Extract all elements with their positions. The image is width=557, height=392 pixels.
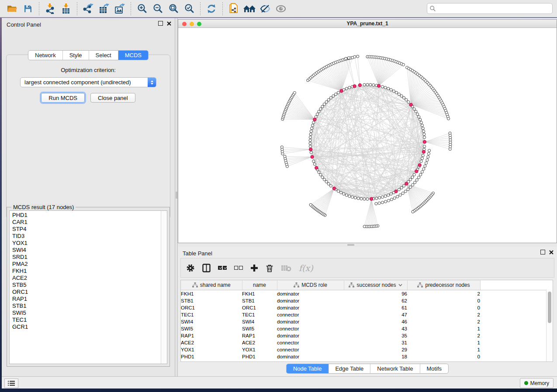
table-scrollbar[interactable] <box>546 289 553 361</box>
dominator-node[interactable] <box>405 182 408 185</box>
refresh-button[interactable] <box>205 2 218 15</box>
mcds-result-item[interactable]: TEC1 <box>10 316 161 323</box>
mcds-result-item[interactable]: STB1 <box>10 303 161 309</box>
mcds-result-item[interactable]: SWI4 <box>10 247 161 254</box>
save-session-button[interactable] <box>21 2 35 15</box>
mcds-result-item[interactable]: YOX1 <box>10 240 161 247</box>
tab-edge-table[interactable]: Edge Table <box>328 364 370 373</box>
memory-button[interactable]: Memory <box>520 378 554 388</box>
mcds-result-item[interactable]: STP4 <box>10 226 161 233</box>
tab-network-table[interactable]: Network Table <box>370 364 419 373</box>
import-network-button[interactable] <box>44 2 57 15</box>
close-panel-icon[interactable] <box>167 21 171 26</box>
dominator-node[interactable] <box>340 89 343 93</box>
table-row[interactable]: YOX1YOX1connector291 <box>181 346 550 353</box>
mcds-result-item[interactable]: GCR1 <box>10 323 161 330</box>
table-row[interactable]: PHD1PHD1dominator180 <box>181 353 550 360</box>
mcds-result-item[interactable]: FKH1 <box>10 268 161 275</box>
tab-node-table[interactable]: Node Table <box>287 364 329 373</box>
export-network-button[interactable] <box>82 2 95 15</box>
col-shared-name[interactable]: shared name <box>181 280 242 290</box>
mcds-result-item[interactable]: PMA2 <box>10 261 161 268</box>
zoom-out-button[interactable] <box>151 2 164 15</box>
import-table-button[interactable] <box>59 2 73 15</box>
col-mcds-role[interactable]: MCDS role <box>277 280 344 290</box>
maximize-window-icon[interactable] <box>197 22 201 26</box>
close-panel-button[interactable]: Close panel <box>90 93 135 103</box>
float-panel-icon[interactable] <box>540 250 545 254</box>
table-scrollbar-thumb[interactable] <box>548 292 551 323</box>
splitter-grip[interactable] <box>347 244 354 246</box>
dominator-node[interactable] <box>415 170 418 173</box>
deselect-all-button[interactable] <box>234 266 243 270</box>
close-panel-icon[interactable] <box>549 250 554 254</box>
dominator-node[interactable] <box>358 83 361 86</box>
dominator-node[interactable] <box>377 84 380 87</box>
search-input[interactable] <box>438 5 550 12</box>
horizontal-splitter[interactable] <box>178 243 557 247</box>
tab-style[interactable]: Style <box>62 51 89 60</box>
col-name[interactable]: name <box>242 280 277 290</box>
zoom-in-button[interactable] <box>135 2 149 15</box>
task-history-button[interactable] <box>4 378 18 388</box>
table-row[interactable]: STB1STB1dominator620 <box>181 297 550 304</box>
dominator-node[interactable] <box>311 155 314 158</box>
open-file-button[interactable] <box>6 2 19 15</box>
network-canvas[interactable] <box>178 28 557 243</box>
table-row[interactable]: FKH1FKH1dominator962 <box>181 290 550 298</box>
mcds-result-item[interactable]: SWI5 <box>10 309 161 316</box>
table-row[interactable]: SWI4SWI4dominator462 <box>181 318 550 325</box>
dominator-node[interactable] <box>353 85 356 88</box>
mcds-result-item[interactable]: PHD1 <box>10 212 161 219</box>
add-row-button[interactable] <box>250 264 258 272</box>
table-row[interactable]: ACE2ACE2connector311 <box>181 339 550 346</box>
table-row[interactable]: TEC1TEC1connector472 <box>181 311 550 318</box>
tab-select[interactable]: Select <box>89 51 118 60</box>
mcds-result-item[interactable]: TID3 <box>10 233 161 240</box>
zoom-selected-button[interactable] <box>183 2 196 15</box>
home-networks-button[interactable] <box>243 2 256 15</box>
mcds-result-item[interactable]: RAP1 <box>10 296 161 303</box>
criterion-dropdown[interactable]: largest connected component (undirected) <box>20 77 156 87</box>
close-window-icon[interactable] <box>182 22 187 26</box>
function-builder-button[interactable]: f(x) <box>299 263 313 273</box>
table-settings-button[interactable] <box>186 264 195 272</box>
mcds-result-item[interactable]: STB5 <box>10 282 161 289</box>
tab-mcds[interactable]: MCDS <box>118 51 148 60</box>
dominator-node[interactable] <box>394 190 398 193</box>
delete-table-button[interactable] <box>281 265 291 272</box>
dominator-node[interactable] <box>315 166 318 169</box>
export-table-button[interactable] <box>97 2 111 15</box>
col-successor-nodes[interactable]: successor nodes <box>344 280 407 290</box>
network-window-titlebar[interactable]: YPA_prune.txt_1 <box>178 20 557 28</box>
minimize-window-icon[interactable] <box>190 22 194 26</box>
export-image-button[interactable] <box>113 2 126 15</box>
mcds-result-item[interactable]: CAR1 <box>10 219 161 226</box>
splitter-grip[interactable] <box>176 192 177 199</box>
dominator-node[interactable] <box>370 197 373 200</box>
dominator-node[interactable] <box>309 148 312 151</box>
tab-network[interactable]: Network <box>28 51 62 60</box>
dominator-node[interactable] <box>418 164 421 167</box>
mcds-result-scrollbar[interactable] <box>161 211 167 364</box>
mcds-result-item[interactable]: ACE2 <box>10 275 161 282</box>
float-panel-icon[interactable] <box>158 21 163 26</box>
select-all-button[interactable] <box>218 266 227 270</box>
vertical-splitter[interactable] <box>175 18 178 376</box>
dominator-node[interactable] <box>409 103 412 106</box>
zoom-fit-button[interactable] <box>167 2 180 15</box>
mcds-result-item[interactable]: ORC1 <box>10 289 161 296</box>
hide-graphics-details-button[interactable] <box>259 2 272 15</box>
table-row[interactable]: SWI5SWI5connector431 <box>181 325 550 332</box>
show-graphics-details-button[interactable] <box>274 2 287 15</box>
mcds-result-item[interactable]: SRD1 <box>10 254 161 261</box>
dominator-node[interactable] <box>422 150 425 153</box>
tab-motifs[interactable]: Motifs <box>419 364 448 373</box>
col-predecessor-nodes[interactable]: predecessor nodes <box>407 280 480 290</box>
dominator-node[interactable] <box>423 140 426 143</box>
table-row[interactable]: ORC1ORC1dominator610 <box>181 304 550 311</box>
delete-row-button[interactable] <box>266 264 273 272</box>
dominator-node[interactable] <box>332 187 336 190</box>
table-row[interactable]: RAP1RAP1dominator352 <box>181 332 550 339</box>
network-from-file-button[interactable] <box>227 2 240 15</box>
